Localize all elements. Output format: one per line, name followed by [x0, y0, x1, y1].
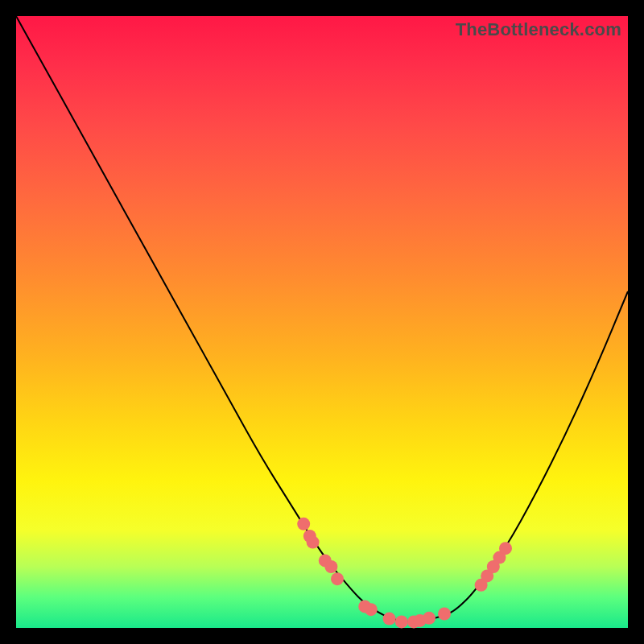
- curve-marker: [307, 536, 320, 549]
- curve-marker: [331, 572, 344, 585]
- chart-svg: [16, 16, 628, 628]
- curve-marker: [383, 613, 396, 625]
- curve-marker: [438, 608, 451, 621]
- curve-marker: [297, 518, 310, 530]
- curve-marker: [395, 615, 408, 628]
- chart-stage: TheBottleneck.com: [0, 0, 644, 644]
- curve-marker: [499, 542, 512, 555]
- bottleneck-curve: [16, 16, 628, 621]
- curve-markers: [297, 518, 512, 629]
- curve-marker: [365, 603, 378, 616]
- curve-marker: [324, 560, 337, 573]
- curve-marker: [423, 612, 436, 625]
- chart-plot-area: TheBottleneck.com: [16, 16, 628, 628]
